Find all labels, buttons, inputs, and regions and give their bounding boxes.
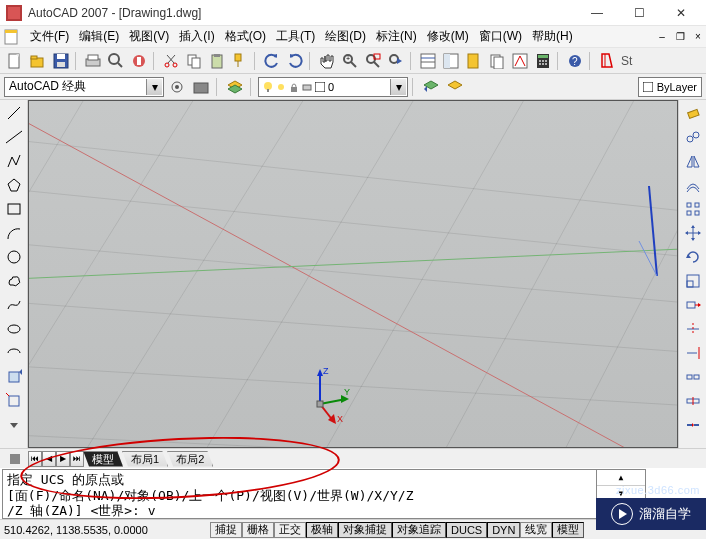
maximize-button[interactable]: ☐ — [618, 0, 660, 26]
window-title: AutoCAD 2007 - [Drawing1.dwg] — [28, 6, 576, 20]
tab-first-button[interactable]: ⏮ — [28, 451, 42, 467]
mirror-button[interactable] — [682, 150, 704, 172]
trim-button[interactable] — [682, 318, 704, 340]
save-button[interactable] — [50, 50, 72, 72]
menu-window[interactable]: 窗口(W) — [475, 26, 526, 47]
workspace-select[interactable]: AutoCAD 经典 ▾ — [4, 77, 164, 97]
preview-button[interactable] — [105, 50, 127, 72]
erase-button[interactable] — [682, 102, 704, 124]
polyline-button[interactable] — [3, 150, 25, 172]
matchprop-button[interactable] — [229, 50, 251, 72]
otrack-toggle[interactable]: 对象追踪 — [392, 522, 446, 538]
layer-state-button[interactable] — [444, 76, 466, 98]
zoom-realtime-button[interactable]: + — [339, 50, 361, 72]
doc-close-button[interactable]: × — [690, 29, 706, 45]
menu-modify[interactable]: 修改(M) — [423, 26, 473, 47]
osnap-toggle[interactable]: 对象捕捉 — [338, 522, 392, 538]
ducs-toggle[interactable]: DUCS — [446, 522, 487, 538]
command-line[interactable]: 指定 UCS 的原点或 [面(F)/命名(NA)/对象(OB)/上一个(P)/视… — [2, 469, 646, 519]
svg-rect-117 — [695, 211, 699, 215]
menu-insert[interactable]: 插入(I) — [175, 26, 218, 47]
workspace-save-button[interactable] — [190, 76, 212, 98]
offset-button[interactable] — [682, 174, 704, 196]
ortho-toggle[interactable]: 正交 — [274, 522, 306, 538]
open-button[interactable] — [27, 50, 49, 72]
zoom-prev-button[interactable] — [385, 50, 407, 72]
menu-view[interactable]: 视图(V) — [125, 26, 173, 47]
break2-button[interactable] — [682, 390, 704, 412]
lwt-toggle[interactable]: 线宽 — [520, 522, 552, 538]
scale-button[interactable] — [682, 270, 704, 292]
publish-button[interactable] — [128, 50, 150, 72]
rotate-button[interactable] — [682, 246, 704, 268]
toolpalettes-button[interactable] — [463, 50, 485, 72]
copy-obj-button[interactable] — [682, 126, 704, 148]
circle-button[interactable] — [3, 246, 25, 268]
layer-prev-button[interactable] — [420, 76, 442, 98]
insert-block-button[interactable] — [3, 366, 25, 388]
tab-next-button[interactable]: ▶ — [56, 451, 70, 467]
menu-tools[interactable]: 工具(T) — [272, 26, 319, 47]
help-button[interactable]: ? — [564, 50, 586, 72]
menu-help[interactable]: 帮助(H) — [528, 26, 577, 47]
doc-restore-button[interactable]: ❐ — [672, 29, 688, 45]
menu-format[interactable]: 格式(O) — [221, 26, 270, 47]
color-select[interactable]: ByLayer — [638, 77, 702, 97]
spline-button[interactable] — [3, 294, 25, 316]
snap-toggle[interactable]: 捕捉 — [210, 522, 242, 538]
pan-button[interactable] — [316, 50, 338, 72]
standards-icon[interactable] — [596, 50, 618, 72]
tab-model[interactable]: 模型 — [83, 451, 123, 467]
model-toggle[interactable]: 模型 — [552, 522, 584, 538]
make-block-button[interactable] — [3, 390, 25, 412]
designcenter-button[interactable] — [440, 50, 462, 72]
layers-button[interactable] — [224, 76, 246, 98]
menu-edit[interactable]: 编辑(E) — [75, 26, 123, 47]
new-button[interactable] — [4, 50, 26, 72]
paste-button[interactable] — [206, 50, 228, 72]
tab-prev-button[interactable]: ◀ — [42, 451, 56, 467]
polygon-button[interactable] — [3, 174, 25, 196]
tab-last-button[interactable]: ⏭ — [70, 451, 84, 467]
construction-line-button[interactable] — [3, 126, 25, 148]
break-button[interactable] — [682, 366, 704, 388]
minimize-button[interactable]: — — [576, 0, 618, 26]
move-button[interactable] — [682, 222, 704, 244]
menu-file[interactable]: 文件(F) — [26, 26, 73, 47]
tab-layout1[interactable]: 布局1 — [122, 451, 168, 467]
ellipse-arc-button[interactable] — [3, 342, 25, 364]
model-viewport[interactable]: Z Y X — [28, 100, 678, 448]
workspace-settings-button[interactable] — [166, 76, 188, 98]
arc-button[interactable] — [3, 222, 25, 244]
extend-button[interactable] — [682, 342, 704, 364]
color-label: ByLayer — [657, 81, 697, 93]
line-button[interactable] — [3, 102, 25, 124]
scroll-down-icon[interactable] — [3, 414, 25, 436]
menu-dimension[interactable]: 标注(N) — [372, 26, 421, 47]
plot-button[interactable] — [82, 50, 104, 72]
array-button[interactable] — [682, 198, 704, 220]
properties-button[interactable] — [417, 50, 439, 72]
markup-button[interactable] — [509, 50, 531, 72]
sheetset-button[interactable] — [486, 50, 508, 72]
tab-menu-icon[interactable] — [6, 451, 24, 467]
close-button[interactable]: ✕ — [660, 0, 702, 26]
zoom-window-button[interactable] — [362, 50, 384, 72]
cut-button[interactable] — [160, 50, 182, 72]
revision-cloud-button[interactable] — [3, 270, 25, 292]
grid-toggle[interactable]: 栅格 — [242, 522, 274, 538]
doc-minimize-button[interactable]: – — [654, 29, 670, 45]
menu-draw[interactable]: 绘图(D) — [321, 26, 370, 47]
undo-button[interactable] — [261, 50, 283, 72]
tab-layout2[interactable]: 布局2 — [167, 451, 213, 467]
polar-toggle[interactable]: 极轴 — [306, 522, 338, 538]
rectangle-button[interactable] — [3, 198, 25, 220]
join-button[interactable] — [682, 414, 704, 436]
calc-button[interactable] — [532, 50, 554, 72]
layer-select[interactable]: 0 ▾ — [258, 77, 408, 97]
redo-button[interactable] — [284, 50, 306, 72]
stretch-button[interactable] — [682, 294, 704, 316]
dyn-toggle[interactable]: DYN — [487, 522, 520, 538]
ellipse-button[interactable] — [3, 318, 25, 340]
copy-button[interactable] — [183, 50, 205, 72]
